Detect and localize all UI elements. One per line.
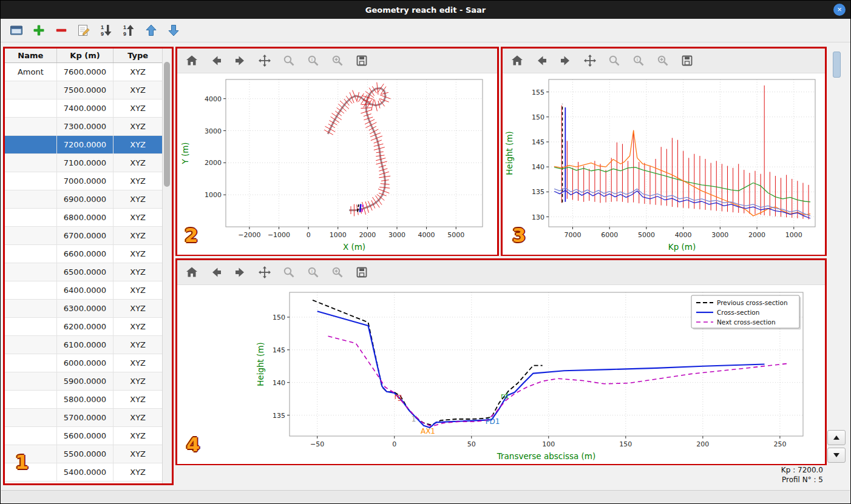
plan-plot-canvas[interactable]: −2000−1000010002000300040005000100020003… bbox=[177, 73, 497, 255]
zoom-button[interactable] bbox=[280, 264, 297, 281]
svg-text:130: 130 bbox=[532, 213, 544, 221]
table-cell-name bbox=[5, 427, 57, 445]
zoom-info-button[interactable]: i bbox=[305, 52, 322, 69]
triangle-down-icon bbox=[833, 453, 839, 457]
table-row[interactable]: 7100.0000XYZ bbox=[5, 154, 162, 172]
table-row[interactable]: 5800.0000XYZ bbox=[5, 391, 162, 409]
table-row[interactable]: 6800.0000XYZ bbox=[5, 209, 162, 227]
forward-icon bbox=[559, 54, 572, 67]
edit-button[interactable] bbox=[75, 22, 92, 39]
save-button[interactable] bbox=[353, 264, 370, 281]
table-scrollbar[interactable] bbox=[162, 49, 172, 483]
close-button[interactable]: × bbox=[833, 4, 846, 16]
pan-icon bbox=[583, 54, 597, 67]
zoom-button[interactable] bbox=[280, 52, 297, 69]
table-row[interactable]: 6700.0000XYZ bbox=[5, 227, 162, 245]
table-row[interactable]: 7300.0000XYZ bbox=[5, 118, 162, 136]
home-button[interactable] bbox=[183, 52, 200, 69]
svg-text:Transverse abscissa (m): Transverse abscissa (m) bbox=[497, 451, 596, 461]
window-title: Geometry reach edit - Saar bbox=[365, 5, 486, 15]
table-row[interactable]: 7400.0000XYZ bbox=[5, 99, 162, 118]
table-row[interactable]: 6100.0000XYZ bbox=[5, 336, 162, 354]
zoom-icon bbox=[282, 54, 296, 67]
table-scrollbar-thumb[interactable] bbox=[164, 62, 170, 187]
pan-button[interactable] bbox=[256, 52, 273, 69]
window-scrollbar-thumb[interactable] bbox=[833, 52, 841, 78]
svg-text:0: 0 bbox=[392, 440, 396, 448]
sort-descending-button[interactable]: 1 9 bbox=[120, 22, 137, 39]
home-button[interactable] bbox=[183, 264, 200, 281]
svg-text:1: 1 bbox=[412, 415, 416, 423]
zoom-plus-button[interactable] bbox=[329, 52, 346, 69]
table-cell-name bbox=[5, 409, 57, 426]
move-up-icon bbox=[144, 23, 158, 38]
table-cell-type: XYZ bbox=[114, 427, 162, 445]
table-row[interactable]: Amont7600.0000XYZ bbox=[5, 63, 162, 81]
table-cell-name bbox=[5, 372, 57, 390]
table-cell-kp: 5900.0000 bbox=[57, 372, 114, 390]
profile-up-button[interactable] bbox=[827, 430, 846, 445]
back-icon bbox=[209, 266, 223, 279]
remove-button[interactable] bbox=[53, 22, 70, 39]
add-button[interactable] bbox=[30, 22, 47, 39]
sort-ascending-button[interactable]: 1 9 bbox=[98, 22, 115, 39]
table-row[interactable]: 5700.0000XYZ bbox=[5, 409, 162, 427]
table-row[interactable]: 6200.0000XYZ bbox=[5, 318, 162, 336]
table-cell-kp: 6400.0000 bbox=[57, 281, 114, 299]
profile-down-button[interactable] bbox=[827, 448, 846, 463]
table-row[interactable]: 7200.0000XYZ bbox=[5, 136, 162, 154]
table-row[interactable]: 6600.0000XYZ bbox=[5, 245, 162, 263]
table-row[interactable]: 5600.0000XYZ bbox=[5, 427, 162, 445]
table-cell-type: XYZ bbox=[114, 300, 162, 317]
column-header-kp[interactable]: Kp (m) bbox=[57, 49, 114, 62]
longitudinal-profile-panel: i 70006000500040003000200010001301351401… bbox=[501, 47, 827, 256]
sort-descending-icon: 1 9 bbox=[121, 23, 136, 38]
back-button[interactable] bbox=[208, 264, 225, 281]
app-window: Geometry reach edit - Saar × bbox=[0, 0, 851, 504]
zoom-plus-button[interactable] bbox=[329, 264, 346, 281]
home-icon bbox=[510, 54, 524, 67]
table-row[interactable]: 5900.0000XYZ bbox=[5, 372, 162, 391]
zoom-info-button[interactable]: i bbox=[305, 264, 322, 281]
forward-button[interactable] bbox=[232, 264, 249, 281]
plan-plot-toolbar: i bbox=[177, 49, 497, 73]
longitudinal-plot-canvas[interactable]: 7000600050004000300020001000130135140145… bbox=[503, 73, 825, 255]
back-button[interactable] bbox=[208, 52, 225, 69]
table-row[interactable]: 6900.0000XYZ bbox=[5, 190, 162, 209]
svg-text:AX1: AX1 bbox=[421, 427, 435, 435]
svg-text:7000: 7000 bbox=[564, 231, 581, 239]
open-button[interactable] bbox=[8, 22, 25, 39]
pan-button[interactable] bbox=[256, 264, 273, 281]
svg-text:250: 250 bbox=[773, 440, 786, 448]
svg-text:5000: 5000 bbox=[447, 231, 464, 239]
statusbar bbox=[1, 490, 850, 503]
table-cell-kp: 6700.0000 bbox=[57, 227, 114, 244]
zoom-info-button[interactable]: i bbox=[630, 52, 647, 69]
cross-section-plot-panel: i −50050100150200250135140145150Transver… bbox=[175, 258, 827, 465]
svg-text:i: i bbox=[311, 56, 313, 62]
cross-section-plot-canvas[interactable]: −50050100150200250135140145150Transverse… bbox=[177, 285, 825, 464]
home-button[interactable] bbox=[509, 52, 526, 69]
column-header-type[interactable]: Type bbox=[114, 49, 162, 62]
svg-text:1000: 1000 bbox=[205, 191, 222, 199]
move-down-button[interactable] bbox=[165, 22, 182, 39]
save-button[interactable] bbox=[353, 52, 370, 69]
svg-text:5000: 5000 bbox=[638, 231, 655, 239]
table-row[interactable]: 7000.0000XYZ bbox=[5, 172, 162, 190]
table-row[interactable]: 6500.0000XYZ bbox=[5, 263, 162, 281]
save-button[interactable] bbox=[679, 52, 696, 69]
reach-table-body[interactable]: Amont7600.0000XYZ7500.0000XYZ7400.0000XY… bbox=[5, 63, 162, 483]
move-up-button[interactable] bbox=[143, 22, 160, 39]
pan-button[interactable] bbox=[581, 52, 598, 69]
table-row[interactable]: 7500.0000XYZ bbox=[5, 81, 162, 99]
table-row[interactable]: 6300.0000XYZ bbox=[5, 300, 162, 318]
back-button[interactable] bbox=[533, 52, 550, 69]
column-header-name[interactable]: Name bbox=[5, 49, 57, 62]
zoom-plus-button[interactable] bbox=[654, 52, 671, 69]
zoom-button[interactable] bbox=[606, 52, 623, 69]
table-row[interactable]: 6400.0000XYZ bbox=[5, 281, 162, 300]
forward-button[interactable] bbox=[232, 52, 249, 69]
table-row[interactable]: 6000.0000XYZ bbox=[5, 354, 162, 372]
forward-button[interactable] bbox=[557, 52, 574, 69]
table-cell-name bbox=[5, 463, 57, 481]
